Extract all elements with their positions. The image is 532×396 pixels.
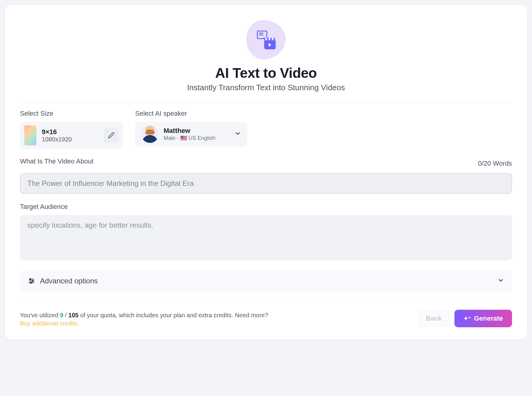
size-section: Select Size 9×16 1080x1920 xyxy=(20,110,123,149)
speaker-gender: Male - xyxy=(164,135,180,141)
aspect-ratio: 9×16 xyxy=(42,128,72,136)
size-selector[interactable]: 9×16 1080x1920 xyxy=(20,122,123,149)
svg-point-3 xyxy=(30,279,31,280)
size-thumbnail xyxy=(24,125,36,145)
topic-section: What Is The Video About 0/20 Words xyxy=(20,157,512,194)
quota-prefix: You've utilized xyxy=(20,312,60,318)
audience-label: Target Audience xyxy=(20,203,512,211)
generate-button[interactable]: ✦⁺ Generate xyxy=(454,310,512,327)
logo-badge xyxy=(246,20,286,59)
topic-input[interactable] xyxy=(20,173,512,194)
footer: You've utilized 9 / 105 of your quota, w… xyxy=(20,300,512,327)
chevron-down-icon xyxy=(234,130,241,138)
size-label: Select Size xyxy=(20,110,123,117)
topic-label: What Is The Video About xyxy=(20,157,94,165)
buy-credits-link[interactable]: Buy additional credits. xyxy=(20,320,268,327)
speaker-avatar xyxy=(141,125,159,143)
page-subtitle: Instantly Transform Text into Stunning V… xyxy=(20,83,512,92)
quota-suffix: of your quota, which includes your plan … xyxy=(78,312,268,318)
text-to-video-icon xyxy=(256,30,276,49)
header: AI Text to Video Instantly Transform Tex… xyxy=(20,20,512,92)
sliders-icon xyxy=(28,277,35,285)
main-card: AI Text to Video Instantly Transform Tex… xyxy=(5,5,527,339)
svg-point-4 xyxy=(32,280,33,282)
word-counter: 0/20 Words xyxy=(478,160,512,167)
advanced-label: Advanced options xyxy=(40,277,98,285)
speaker-text: Matthew Male - 🇺🇸 US English xyxy=(164,127,215,141)
advanced-options-toggle[interactable]: Advanced options xyxy=(20,271,512,291)
quota-sep: / xyxy=(63,312,68,318)
back-button[interactable]: Back xyxy=(418,310,450,327)
generate-label: Generate xyxy=(474,315,503,322)
size-text: 9×16 1080x1920 xyxy=(42,128,72,143)
speaker-section: Select AI speaker Matthew Male - 🇺🇸 US E… xyxy=(135,110,247,149)
speaker-selector[interactable]: Matthew Male - 🇺🇸 US English xyxy=(135,122,247,147)
flag-icon: 🇺🇸 xyxy=(180,135,187,141)
quota-total: 105 xyxy=(68,312,78,318)
sparkle-icon: ✦⁺ xyxy=(464,315,471,322)
chevron-down-icon xyxy=(497,277,504,285)
page-title: AI Text to Video xyxy=(20,65,512,81)
edit-size-button[interactable] xyxy=(104,128,119,143)
speaker-language: US English xyxy=(187,135,215,141)
action-row: Back ✦⁺ Generate xyxy=(418,310,512,327)
quota-used: 9 xyxy=(60,312,63,318)
pencil-icon xyxy=(108,132,115,139)
audience-input[interactable] xyxy=(20,215,512,260)
audience-section: Target Audience xyxy=(20,203,512,262)
speaker-name: Matthew xyxy=(164,127,215,135)
svg-point-5 xyxy=(30,282,32,283)
dimensions: 1080x1920 xyxy=(42,136,72,143)
quota-text: You've utilized 9 / 105 of your quota, w… xyxy=(20,310,268,320)
speaker-label: Select AI speaker xyxy=(135,110,247,117)
quota-block: You've utilized 9 / 105 of your quota, w… xyxy=(20,310,268,327)
speaker-meta: Male - 🇺🇸 US English xyxy=(164,135,215,141)
divider xyxy=(20,103,512,103)
